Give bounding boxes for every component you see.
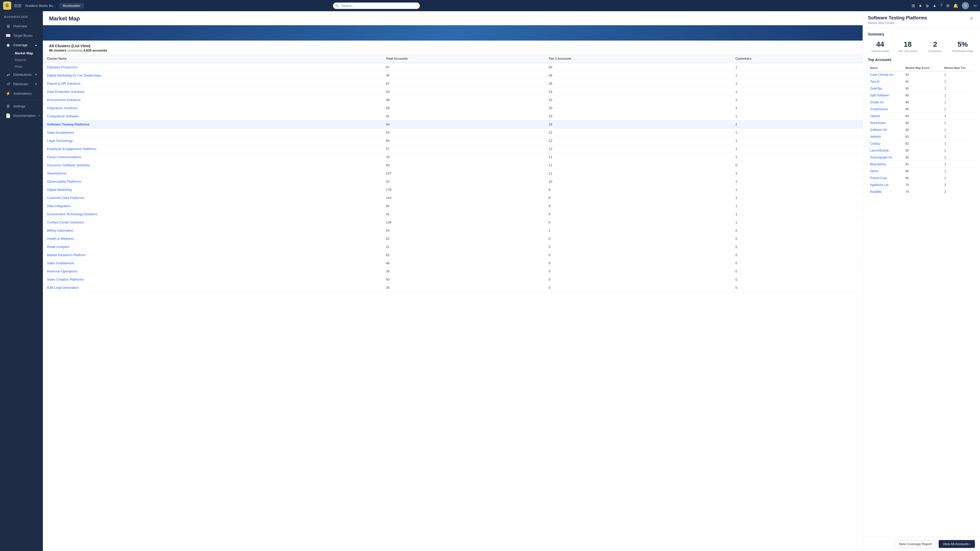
account-name[interactable]: Code Climate Inc bbox=[868, 71, 904, 78]
list-item[interactable]: Applitools Ltd 79 2 bbox=[868, 182, 975, 189]
cluster-name-link[interactable]: Government Technology Solutions bbox=[47, 212, 97, 216]
cluster-name-link[interactable]: Digital Marketing for Car Dealerships bbox=[47, 73, 101, 77]
cluster-name-link[interactable]: Video Creation Platforms bbox=[47, 278, 84, 281]
account-name[interactable]: Sourcegraph Inc bbox=[868, 154, 904, 161]
table-row[interactable]: Cloud Communications 78 11 1 bbox=[43, 153, 862, 161]
star-icon[interactable]: ★ bbox=[918, 3, 922, 8]
list-item[interactable]: Pulumi Corp 80 1 bbox=[868, 175, 975, 182]
table-row[interactable]: Digital Marketing for Car Dealerships 35… bbox=[43, 71, 862, 79]
cluster-name-link[interactable]: Digital Marketing bbox=[47, 188, 72, 192]
list-item[interactable]: ReadMe 79 2 bbox=[868, 189, 975, 195]
list-item[interactable]: Tara AI 91 1 bbox=[868, 78, 975, 85]
col-total-accounts[interactable]: Total Accounts bbox=[382, 55, 545, 63]
list-item[interactable]: Jellyfish 82 1 bbox=[868, 133, 975, 140]
sidebar-sub-reports[interactable]: Reports bbox=[12, 57, 43, 63]
table-row[interactable]: Retail Analytics 21 0 0 bbox=[43, 243, 862, 251]
table-row[interactable]: Health & Wellness 22 0 0 bbox=[43, 235, 862, 243]
table-row[interactable]: Procurement Solutions 49 22 1 bbox=[43, 96, 862, 104]
cluster-name-link[interactable]: Customer Data Platforms bbox=[47, 196, 84, 200]
view-all-accounts-button[interactable]: View All Accounts › bbox=[939, 540, 975, 548]
table-row[interactable]: Software Testing Platforms 44 18 2 bbox=[43, 121, 862, 129]
table-row[interactable]: B2B Lead Generation 30 0 0 bbox=[43, 284, 862, 292]
list-item[interactable]: Sourcegraph Inc 82 1 bbox=[868, 154, 975, 161]
cluster-name-link[interactable]: eSignature Solutions bbox=[47, 106, 78, 110]
triangle-icon[interactable]: ▲ bbox=[932, 3, 937, 8]
cluster-name-link[interactable]: Data Protection Solutions bbox=[47, 90, 84, 94]
account-name[interactable]: Gradle Inc bbox=[868, 99, 904, 106]
sidebar-item-overview[interactable]: ⊞ Overview bbox=[2, 22, 41, 30]
account-name[interactable]: SonarSource bbox=[868, 106, 904, 113]
clusters-table-container[interactable]: Cluster Name Total Accounts Tier 1 Accou… bbox=[43, 55, 862, 551]
account-name[interactable]: Uplevel bbox=[868, 113, 904, 120]
table-row[interactable]: Digital Marketing 178 9 1 bbox=[43, 186, 862, 194]
cluster-name-link[interactable]: Health & Wellness bbox=[47, 237, 74, 241]
table-row[interactable]: Insurance Software Solutions 63 11 0 bbox=[43, 161, 862, 169]
table-row[interactable]: Data Integration 92 8 1 bbox=[43, 202, 862, 210]
account-name[interactable]: Split Software bbox=[868, 92, 904, 99]
table-row[interactable]: Sales Enablement 53 12 1 bbox=[43, 129, 862, 137]
table-row[interactable]: Employee Engagement Platforms 57 12 1 bbox=[43, 145, 862, 153]
bookbuilder-tab[interactable]: Bookbuilder bbox=[59, 3, 84, 9]
list-item[interactable]: BlueOptima 81 1 bbox=[868, 161, 975, 168]
account-name[interactable]: Applitools Ltd bbox=[868, 182, 904, 189]
account-name[interactable]: LaunchDarkly bbox=[868, 147, 904, 154]
account-name[interactable]: OverOps bbox=[868, 85, 904, 92]
cluster-name-link[interactable]: Observability Platforms bbox=[47, 179, 81, 183]
table-row[interactable]: Revenue Operations 30 0 0 bbox=[43, 267, 862, 275]
cluster-name-link[interactable]: Billing Automation bbox=[47, 229, 73, 232]
table-row[interactable]: Payroll & HR Solutions 67 28 1 bbox=[43, 79, 862, 88]
list-item[interactable]: Software AG 83 1 bbox=[868, 127, 975, 133]
cluster-name-link[interactable]: Retail Analytics bbox=[47, 245, 69, 249]
list-item[interactable]: Codacy 82 1 bbox=[868, 140, 975, 147]
cluster-name-link[interactable]: Revenue Operations bbox=[47, 269, 77, 273]
account-name[interactable]: Codacy bbox=[868, 140, 904, 147]
cluster-name-link[interactable]: Sales Enablement bbox=[47, 130, 74, 135]
cluster-name-link[interactable]: Market Research Platform bbox=[47, 253, 86, 257]
table-row[interactable]: Video Creation Platforms 50 0 0 bbox=[43, 275, 862, 284]
cluster-name-link[interactable]: Contact Center Solutions bbox=[47, 221, 84, 224]
account-name[interactable]: Tara AI bbox=[868, 78, 904, 85]
cluster-name-link[interactable]: Compliance Software bbox=[47, 114, 79, 118]
list-item[interactable]: Vitech 80 1 bbox=[868, 168, 975, 175]
edit-icon[interactable]: ✏ bbox=[974, 3, 977, 8]
list-item[interactable]: StackShare 84 1 bbox=[868, 120, 975, 127]
grid-icon[interactable]: ⊞ bbox=[912, 3, 915, 8]
table-row[interactable]: Customer Data Platforms 143 8 1 bbox=[43, 194, 862, 202]
cluster-name-link[interactable]: Payroll & HR Solutions bbox=[47, 82, 81, 86]
account-name[interactable]: ReadMe bbox=[868, 189, 904, 195]
cluster-name-link[interactable]: Telemedicine bbox=[47, 171, 66, 175]
table-row[interactable]: Legal Technology 65 12 1 bbox=[43, 137, 862, 145]
sidebar-sub-market-map[interactable]: Market Map bbox=[12, 50, 43, 56]
cluster-name-link[interactable]: Cloud Communications bbox=[47, 155, 81, 159]
account-name[interactable]: Vitech bbox=[868, 168, 904, 175]
list-item[interactable]: LaunchDarkly 82 1 bbox=[868, 147, 975, 154]
account-name[interactable]: StackShare bbox=[868, 120, 904, 127]
new-coverage-report-button[interactable]: New Coverage Report bbox=[895, 540, 936, 548]
account-name[interactable]: Software AG bbox=[868, 127, 904, 133]
sidebar-item-target-books[interactable]: 📖 Target Books bbox=[2, 31, 41, 40]
cluster-name-link[interactable]: Data Integration bbox=[47, 204, 71, 208]
cluster-name-link[interactable]: B2B Lead Generation bbox=[47, 286, 79, 289]
account-name[interactable]: Pulumi Corp bbox=[868, 175, 904, 182]
sidebar-item-settings[interactable]: ⚙ Settings bbox=[2, 102, 41, 111]
sidebar-item-documentation[interactable]: 📄 Documentation ↗ bbox=[2, 111, 41, 120]
account-name[interactable]: Jellyfish bbox=[868, 133, 904, 140]
cluster-name-link[interactable]: Legal Technology bbox=[47, 139, 73, 143]
table-row[interactable]: Contact Center Solutions 136 6 1 bbox=[43, 218, 862, 227]
col-tier1-accounts[interactable]: Tier 1 Accounts ↓ bbox=[545, 55, 732, 63]
sidebar-item-retrievals[interactable]: ↺ Retrievals ▼ bbox=[2, 79, 41, 89]
list-item[interactable]: OverOps 90 1 bbox=[868, 85, 975, 92]
table-row[interactable]: Observability Platforms 32 10 1 bbox=[43, 178, 862, 186]
table-row[interactable]: Billing Automation 24 1 0 bbox=[43, 227, 862, 235]
search-input[interactable] bbox=[333, 3, 420, 9]
sidebar-item-distributions[interactable]: ⇄ Distributions ▼ bbox=[2, 70, 41, 79]
list-item[interactable]: Split Software 89 1 bbox=[868, 92, 975, 99]
col-cluster-name[interactable]: Cluster Name bbox=[43, 55, 382, 63]
table-row[interactable]: Government Technology Solutions 41 8 1 bbox=[43, 210, 862, 218]
cluster-name-link[interactable]: Insurance Software Solutions bbox=[47, 163, 90, 167]
cluster-name-link[interactable]: Employee Engagement Platforms bbox=[47, 147, 97, 151]
bell-icon[interactable]: 🔔 bbox=[953, 3, 958, 8]
cluster-name-link[interactable]: Procurement Solutions bbox=[47, 98, 81, 102]
sidebar-item-coverage[interactable]: ◉ Coverage ▲ bbox=[2, 41, 41, 49]
plus-icon[interactable]: ⊕ bbox=[926, 3, 929, 8]
